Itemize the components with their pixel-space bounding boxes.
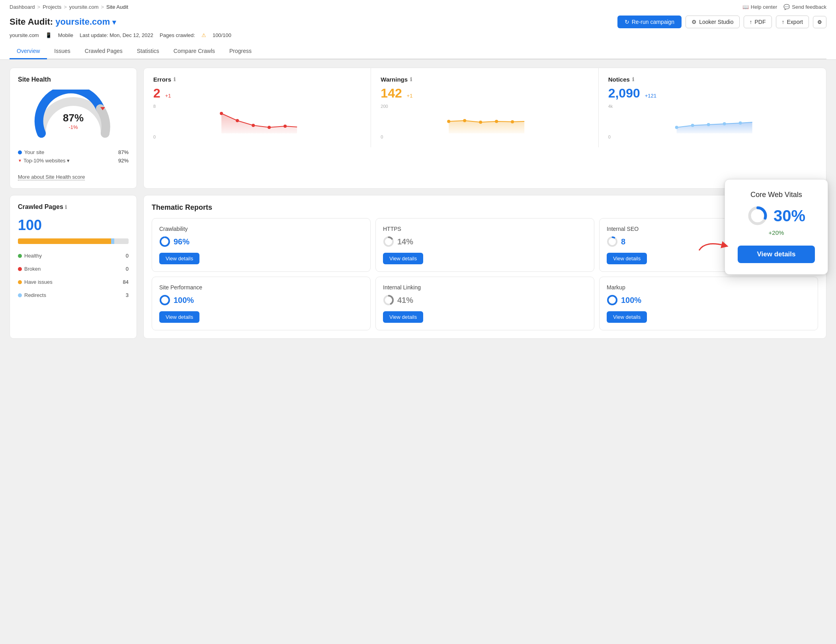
notices-label-text: Notices xyxy=(608,76,630,83)
crawled-pages-info-icon[interactable]: ℹ xyxy=(65,204,67,210)
export-icon: ↑ xyxy=(782,19,785,25)
healthy-row: Healthy 0 xyxy=(18,253,129,259)
gear-icon: ⚙ xyxy=(817,19,822,25)
tab-compare-crawls[interactable]: Compare Crawls xyxy=(166,44,222,59)
internal-seo-view-details[interactable]: View details xyxy=(607,253,647,264)
issues-row: Have issues 84 xyxy=(18,279,129,285)
breadcrumb-current: Site Audit xyxy=(106,4,128,10)
thematic-crawlability-name: Crawlability xyxy=(159,226,363,232)
cwv-percent: 30% xyxy=(773,207,805,225)
errors-label-text: Errors xyxy=(153,76,171,83)
send-feedback-link[interactable]: 💬 Send feedback xyxy=(783,4,826,10)
healthy-dot xyxy=(18,254,22,258)
site-performance-score-text: 100% xyxy=(174,296,194,305)
thematic-site-performance-name: Site Performance xyxy=(159,284,363,291)
warnings-label-text: Warnings xyxy=(381,76,408,83)
thematic-crawlability: Crawlability 96% View details xyxy=(152,218,371,272)
export-button[interactable]: ↑ Export xyxy=(776,16,809,28)
errors-value: 2 xyxy=(153,86,160,100)
pdf-icon: ↑ xyxy=(750,19,752,25)
warnings-chart xyxy=(381,109,588,133)
svg-point-7 xyxy=(463,119,466,122)
redirects-dot xyxy=(18,293,22,297)
crawled-pages-title-text: Crawled Pages xyxy=(18,203,63,210)
tab-overview[interactable]: Overview xyxy=(10,44,47,59)
tab-statistics[interactable]: Statistics xyxy=(130,44,166,59)
top10-dropdown[interactable]: ▾ xyxy=(67,158,70,164)
top10-icon: ▼ xyxy=(18,158,22,163)
internal-linking-donut xyxy=(383,295,394,306)
crawled-pages-title: Crawled Pages ℹ xyxy=(18,203,129,211)
errors-label: Errors ℹ xyxy=(153,76,361,83)
metrics-grid: Errors ℹ 2 +1 8 xyxy=(144,68,826,147)
looker-studio-button[interactable]: ⚙ Looker Studio xyxy=(686,16,739,28)
help-center-link[interactable]: 📖 Help center xyxy=(742,4,777,10)
top-actions: 📖 Help center 💬 Send feedback xyxy=(742,4,826,10)
metrics-card: Errors ℹ 2 +1 8 xyxy=(143,68,826,189)
thematic-grid: Crawlability 96% View details HTTPS xyxy=(152,218,818,330)
warnings-label: Warnings ℹ xyxy=(381,76,588,83)
breadcrumb-sep-3: > xyxy=(101,4,104,10)
warnings-info-icon[interactable]: ℹ xyxy=(410,76,412,82)
svg-point-8 xyxy=(479,121,482,124)
page-title-prefix: Site Audit: xyxy=(10,17,55,27)
pdf-button[interactable]: ↑ PDF xyxy=(744,16,772,28)
markup-view-details[interactable]: View details xyxy=(607,311,647,323)
settings-button[interactable]: ⚙ xyxy=(813,16,826,28)
warning-icon: ⚠ xyxy=(201,32,206,38)
errors-sparkline: 8 xyxy=(153,104,361,139)
top10-value: 92% xyxy=(118,158,129,164)
svg-point-5 xyxy=(283,125,287,128)
notices-info-icon[interactable]: ℹ xyxy=(632,76,634,82)
tab-crawled-pages[interactable]: Crawled Pages xyxy=(78,44,130,59)
warnings-change: +1 xyxy=(407,93,413,99)
internal-linking-view-details[interactable]: View details xyxy=(383,311,423,323)
thematic-reports-section: Thematic Reports Crawlability 96% View d… xyxy=(143,195,826,339)
site-performance-view-details[interactable]: View details xyxy=(159,311,199,323)
more-about-health-link[interactable]: More about Site Health score xyxy=(18,174,85,180)
svg-point-11 xyxy=(675,126,678,129)
gauge-percent: 87% xyxy=(63,112,84,124)
errors-info-icon[interactable]: ℹ xyxy=(174,76,176,82)
notices-card: Notices ℹ 2,090 +121 4k xyxy=(599,68,826,147)
page-title-site[interactable]: yoursite.com xyxy=(55,17,110,27)
broken-value: 0 xyxy=(126,266,129,272)
https-view-details[interactable]: View details xyxy=(383,253,423,264)
top10-legend: ▼ Top-10% websites ▾ 92% xyxy=(18,158,129,164)
healthy-label: Healthy xyxy=(24,253,42,259)
svg-point-4 xyxy=(268,126,271,129)
meta-row: yoursite.com 📱 Mobile Last update: Mon, … xyxy=(10,32,826,42)
cwv-title: Core Web Vitals xyxy=(738,191,815,199)
crawlability-donut xyxy=(159,236,170,247)
rerun-campaign-button[interactable]: ↻ Re-run campaign xyxy=(617,16,682,28)
svg-point-6 xyxy=(447,120,450,123)
gauge-container: 87% -1% xyxy=(18,90,129,141)
issues-label: Have issues xyxy=(24,279,53,285)
site-health-card: Site Health 87% -1% xyxy=(10,68,137,189)
breadcrumb-sep-1: > xyxy=(37,4,41,10)
errors-change: +1 xyxy=(165,93,171,99)
notices-sparkline: 4k xyxy=(608,104,816,139)
redirects-segment xyxy=(111,238,114,244)
errors-chart xyxy=(153,109,361,133)
breadcrumb-site[interactable]: yoursite.com xyxy=(69,4,99,10)
tab-progress[interactable]: Progress xyxy=(222,44,259,59)
breadcrumb-dashboard[interactable]: Dashboard xyxy=(10,4,35,10)
notices-change: +121 xyxy=(645,93,656,99)
breadcrumb-sep-2: > xyxy=(64,4,67,10)
crawled-legend: Healthy 0 Broken 0 Have issues xyxy=(18,250,129,301)
crawlability-view-details[interactable]: View details xyxy=(159,253,199,264)
svg-point-2 xyxy=(236,119,239,122)
dropdown-arrow-icon[interactable]: ▾ xyxy=(112,18,116,26)
cwv-view-details-button[interactable]: View details xyxy=(738,246,815,263)
errors-chart-low: 0 xyxy=(153,135,361,139)
tab-issues[interactable]: Issues xyxy=(47,44,77,59)
svg-point-13 xyxy=(707,123,710,126)
issues-value: 84 xyxy=(123,279,129,285)
looker-icon: ⚙ xyxy=(691,19,697,25)
redirects-value: 3 xyxy=(126,292,129,298)
thematic-https-score: 14% xyxy=(383,236,587,247)
breadcrumb-projects[interactable]: Projects xyxy=(43,4,61,10)
export-label: Export xyxy=(787,19,803,25)
pdf-label: PDF xyxy=(755,19,766,25)
